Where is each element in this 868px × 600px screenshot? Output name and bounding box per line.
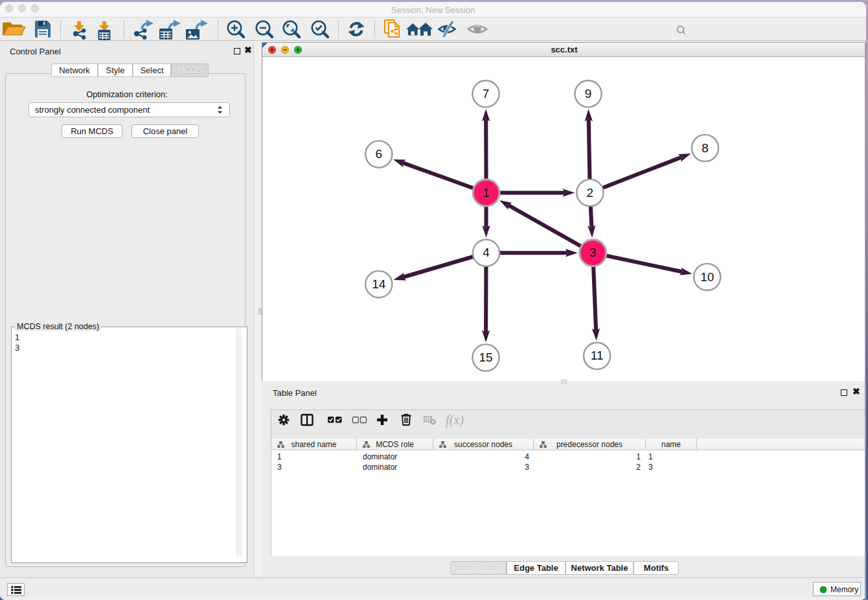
svg-text:9: 9 [585,87,592,100]
svg-text:4: 4 [483,246,490,259]
svg-text:7: 7 [483,87,490,100]
svg-text:15: 15 [479,351,492,364]
svg-text:8: 8 [702,141,709,155]
svg-text:14: 14 [372,277,386,291]
svg-text:10: 10 [700,270,714,284]
svg-text:1: 1 [483,186,490,200]
svg-text:11: 11 [591,349,604,362]
svg-text:2: 2 [587,186,594,200]
svg-text:3: 3 [589,246,597,259]
svg-text:6: 6 [376,147,383,161]
svg-text:f(x): f(x) [446,413,464,428]
